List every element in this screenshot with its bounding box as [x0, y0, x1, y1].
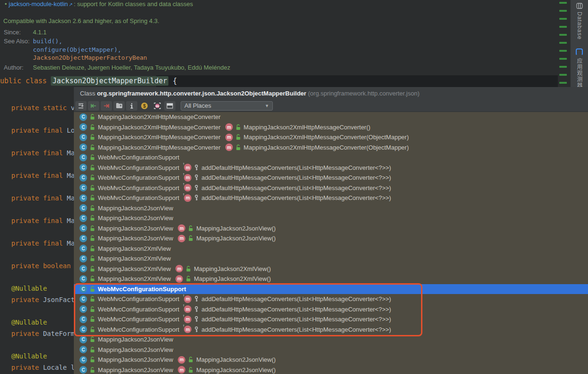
doc-bullet: •	[5, 0, 7, 8]
public-lock-icon	[90, 326, 95, 333]
usages-list: C MappingJackson2XmlHttpMessageConverter…	[74, 112, 588, 374]
public-lock-icon	[188, 235, 193, 241]
usage-class-name: WebMvcConfigurationSupport	[98, 326, 179, 333]
usage-row[interactable]: C MappingJackson2JsonView	[74, 345, 588, 355]
usage-row[interactable]: C MappingJackson2XmlView	[74, 254, 588, 264]
usage-row[interactable]: C MappingJackson2XmlView	[74, 244, 588, 254]
scope-select-value: All Places	[184, 102, 211, 109]
code-line: private final Ma	[11, 149, 74, 157]
usage-member-name: addDefaultHttpMessageConverters(List<Htt…	[201, 326, 391, 333]
usage-class-name: MappingJackson2JsonView	[98, 205, 173, 212]
write-access-icon[interactable]	[101, 101, 112, 111]
usage-member-part: ↑m addDefaultHttpMessageConverters(List<…	[184, 164, 391, 171]
usage-member-name: MappingJackson2JsonView()	[196, 225, 276, 232]
group-by-file-icon[interactable]	[113, 101, 125, 111]
usage-row[interactable]: C MappingJackson2JsonView ↑m	[74, 233, 588, 244]
doc-module-line: •jackson-module-kotlin↗: support for Kot…	[5, 0, 193, 8]
toolwindow-database[interactable]: Database	[571, 0, 588, 40]
class-declaration-line[interactable]: public class Jackson2ObjectMapperBuilder…	[0, 77, 177, 85]
usage-row[interactable]: C MappingJackson2XmlHttpMessageConverter…	[74, 132, 588, 143]
usage-row[interactable]: C WebMvcConfigurationSupport	[74, 152, 588, 163]
method-icon: ↑m	[178, 235, 185, 242]
usage-class-name: MappingJackson2JsonView	[98, 336, 173, 343]
show-importing-usages-icon[interactable]	[75, 101, 87, 111]
usage-row[interactable]: C WebMvcConfigurationSupport ↑m	[74, 314, 588, 325]
class-icon: C	[79, 336, 87, 343]
public-lock-icon	[90, 215, 95, 221]
editor-analysis-gutter	[558, 0, 570, 87]
doc-see-also-link[interactable]: build(),	[33, 38, 63, 45]
override-arrow-icon: ↑	[183, 162, 184, 166]
usage-row[interactable]: C MappingJackson2XmlHttpMessageConverter	[74, 112, 588, 122]
usage-row[interactable]: C MappingJackson2JsonView	[74, 213, 588, 223]
class-icon: C	[79, 316, 87, 323]
class-icon: C	[79, 305, 87, 313]
usage-row[interactable]: C MappingJackson2JsonView ↑m	[74, 365, 588, 374]
preview-icon[interactable]	[164, 101, 175, 111]
ide-window: •jackson-module-kotlin↗: support for Kot…	[0, 0, 588, 374]
public-lock-icon	[90, 255, 95, 262]
info-icon[interactable]	[126, 101, 137, 111]
usage-row[interactable]: C WebMvcConfigurationSupport ↑m	[74, 294, 588, 304]
doc-module-link[interactable]: jackson-module-kotlin	[9, 0, 68, 8]
usage-row[interactable]: C WebMvcConfigurationSupport ↑m	[74, 304, 588, 315]
usage-row[interactable]: C WebMvcConfigurationSupport ↑m	[74, 325, 588, 335]
usage-class-name: WebMvcConfigurationSupport	[98, 286, 186, 293]
field-access-icon[interactable]: $	[139, 101, 150, 111]
method-icon: ↑m	[184, 305, 191, 313]
read-access-icon[interactable]	[88, 101, 99, 111]
method-icon: ↑m	[178, 366, 185, 374]
public-lock-icon	[90, 165, 95, 171]
doc-author-value: Sebastien Deleuze, Juergen Hoeller, Tada…	[33, 64, 230, 71]
public-lock-icon	[90, 195, 95, 201]
public-lock-icon	[90, 175, 95, 181]
usage-class-name: MappingJackson2JsonView	[98, 225, 173, 232]
toolwindow-app-observer-label: 应用观测器	[575, 58, 583, 88]
public-lock-icon	[90, 306, 95, 312]
vcs-change-dash	[559, 58, 567, 60]
public-lock-icon	[90, 357, 95, 363]
usage-member-part: ↑m MappingJackson2JsonView()	[178, 366, 276, 374]
usage-row[interactable]: C MappingJackson2JsonView	[74, 334, 588, 345]
usage-class-name: MappingJackson2XmlHttpMessageConverter	[98, 113, 221, 120]
doc-author-label: Author:	[4, 64, 24, 71]
usage-row[interactable]: C MappingJackson2XmlHttpMessageConverter…	[74, 143, 588, 153]
class-icon: C	[79, 224, 87, 232]
usage-member-name: MappingJackson2XmlView()	[194, 265, 271, 272]
code-line: private final Ma	[11, 172, 74, 179]
vcs-change-dash	[559, 26, 567, 28]
method-icon: ↑m	[178, 356, 185, 364]
public-lock-icon	[186, 266, 191, 272]
class-icon: C	[79, 174, 87, 182]
usage-row[interactable]: C WebMvcConfigurationSupport	[74, 284, 588, 294]
usage-row[interactable]: C MappingJackson2JsonView	[74, 203, 588, 214]
protected-key-icon	[194, 296, 199, 302]
usage-row[interactable]: C MappingJackson2XmlView ↑m M	[74, 274, 588, 284]
toolwindow-app-observer[interactable]: 应用观测器	[571, 46, 588, 88]
usage-row[interactable]: C WebMvcConfigurationSupport ↑m	[74, 193, 588, 203]
class-icon: C	[79, 143, 87, 151]
usage-class-name: WebMvcConfigurationSupport	[98, 164, 179, 171]
doc-see-also-link[interactable]: configure(ObjectMapper),	[33, 46, 121, 53]
usage-row[interactable]: C WebMvcConfigurationSupport ↑m	[74, 173, 588, 183]
usage-row[interactable]: C WebMvcConfigurationSupport ↑m	[74, 163, 588, 173]
method-usages-icon[interactable]: m	[151, 101, 163, 111]
usage-row[interactable]: C MappingJackson2XmlView ↑m M	[74, 264, 588, 274]
override-arrow-icon: ↑	[183, 303, 184, 308]
class-name-highlight[interactable]: Jackson2ObjectMapperBuilder	[51, 76, 168, 86]
usage-row[interactable]: C MappingJackson2JsonView ↑m	[74, 223, 588, 234]
usage-member-name: MappingJackson2XmlHttpMessageConverter()	[244, 124, 371, 131]
class-icon: C	[79, 346, 87, 353]
class-icon: C	[79, 295, 87, 303]
editor-surface[interactable]: private static vprivate final Loprivate …	[0, 87, 74, 374]
usage-row[interactable]: C MappingJackson2JsonView ↑m	[74, 355, 588, 365]
doc-see-also-link[interactable]: Jackson2ObjectMapperFactoryBean	[33, 54, 147, 61]
usage-class-name: MappingJackson2XmlView	[98, 255, 171, 262]
scope-select[interactable]: All Places ▼	[181, 101, 273, 111]
protected-key-icon	[194, 306, 199, 312]
usage-row[interactable]: C WebMvcConfigurationSupport ↑m	[74, 183, 588, 193]
class-icon: C	[79, 164, 87, 171]
class-icon: C	[79, 123, 87, 131]
usage-member-name: MappingJackson2XmlHttpMessageConverter(O…	[244, 134, 409, 141]
usage-row[interactable]: C MappingJackson2XmlHttpMessageConverter…	[74, 122, 588, 133]
